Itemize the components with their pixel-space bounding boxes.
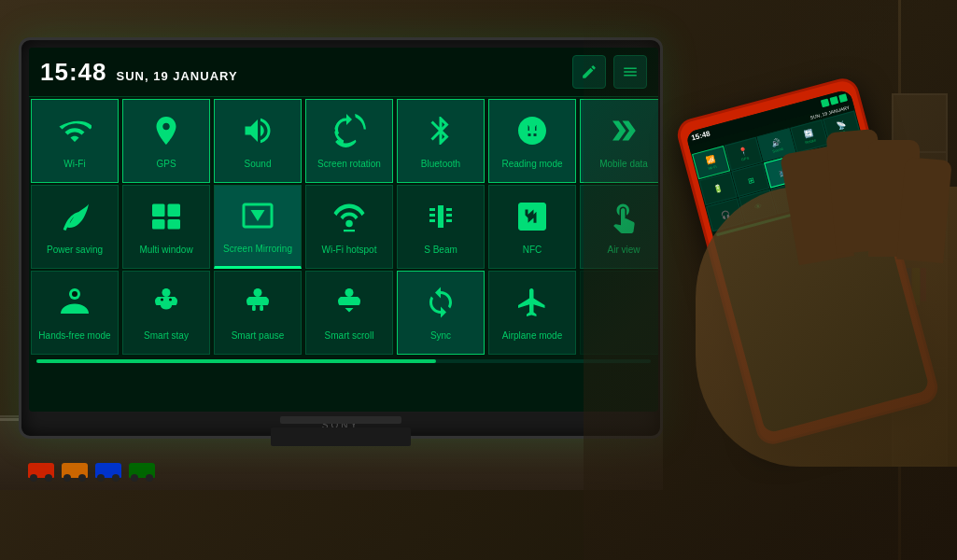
smart-pause-label: Smart pause [232, 329, 285, 342]
tile-power-saving[interactable]: Power saving [31, 185, 119, 269]
sync-icon [424, 286, 457, 324]
clock: 15:48 [40, 58, 107, 87]
tile-gps[interactable]: GPS [122, 99, 210, 183]
phone-power-icon: 🔋 [712, 184, 724, 194]
grid-row-1: Wi-Fi GPS Sound [31, 99, 656, 183]
tile-s-beam[interactable]: S Beam [397, 185, 485, 269]
svg-point-12 [254, 288, 262, 297]
smart-stay-label: Smart stay [144, 329, 189, 342]
room-right-area: 15:48 SUN, 19 JANUARY 📶 Wi [584, 0, 957, 560]
tv-bezel-bottom [280, 416, 401, 424]
scroll-thumb [36, 359, 436, 363]
tile-reading-mode[interactable]: Reading mode [488, 99, 576, 183]
status-bar: 15:48 SUN, 19 JANUARY [29, 48, 658, 97]
tile-screen-rotation[interactable]: Screen rotation [305, 99, 393, 183]
power-saving-icon [58, 200, 91, 238]
grid-row-3: Hands-free mode Smart stay S [31, 271, 656, 355]
room-background: 15:48 SUN, 19 JANUARY [0, 0, 957, 560]
smart-scroll-label: Smart scroll [325, 329, 374, 342]
tv-stand [271, 427, 411, 446]
svg-point-15 [345, 288, 354, 297]
reading-mode-label: Reading mode [501, 158, 562, 170]
tile-wifi[interactable]: Wi-Fi [31, 99, 119, 183]
hands-free-label: Hands-free mode [38, 329, 110, 342]
wifi-hotspot-label: Wi-Fi hotspot [322, 244, 377, 256]
smart-pause-icon [241, 286, 274, 324]
screen-mirroring-icon [241, 199, 274, 237]
s-beam-icon [424, 200, 457, 238]
tv-outer-bezel: 15:48 SUN, 19 JANUARY [19, 37, 663, 439]
tile-sync[interactable]: Sync [397, 271, 485, 355]
gps-label: GPS [156, 158, 176, 170]
svg-rect-1 [152, 204, 165, 217]
phone-wifi-icon [829, 95, 838, 105]
airplane-mode-label: Airplane mode [502, 329, 562, 342]
tile-smart-pause[interactable]: Smart pause [214, 271, 302, 355]
date: SUN, 19 JANUARY [117, 69, 238, 83]
tile-smart-scroll[interactable]: Smart scroll [305, 271, 393, 355]
power-saving-label: Power saving [47, 244, 103, 256]
smart-stay-icon [149, 286, 183, 324]
scroll-bar-area [29, 355, 658, 368]
s-beam-label: S Beam [424, 244, 457, 256]
svg-point-5 [345, 220, 353, 228]
phone-bt-icon: 📡 [836, 119, 847, 130]
tile-airplane-mode[interactable]: Airplane mode [488, 271, 576, 355]
nfc-icon [515, 200, 549, 238]
phone-wifi-label: Wi-Fi [708, 163, 717, 170]
multi-window-label: Multi window [139, 244, 192, 256]
tile-hands-free[interactable]: Hands-free mode [31, 271, 119, 355]
svg-point-0 [528, 119, 537, 128]
wifi-label: Wi-Fi [63, 158, 85, 170]
svg-rect-4 [168, 219, 181, 230]
tile-wifi-hotspot[interactable]: Wi-Fi hotspot [305, 185, 393, 269]
svg-point-10 [161, 299, 163, 301]
sync-label: Sync [430, 329, 451, 342]
gps-icon [149, 114, 183, 152]
screen-rotation-label: Screen rotation [317, 158, 381, 170]
bluetooth-icon [424, 114, 457, 152]
svg-rect-3 [152, 219, 165, 230]
wifi-icon [58, 114, 91, 152]
svg-rect-14 [260, 305, 263, 311]
phone-mw-icon: ⊞ [747, 175, 755, 186]
tile-bluetooth[interactable]: Bluetooth [397, 99, 485, 183]
smart-scroll-icon [332, 286, 366, 324]
phone-signal-icon [821, 98, 830, 107]
screen-mirroring-label: Screen Mirroring [223, 243, 292, 255]
phone-battery-icon [838, 93, 848, 103]
sound-icon [241, 114, 274, 152]
wifi-hotspot-icon [332, 200, 366, 238]
svg-point-8 [72, 291, 77, 297]
finger-4 [896, 157, 951, 263]
reading-mode-icon [515, 114, 549, 152]
sound-label: Sound [245, 158, 272, 170]
nfc-label: NFC [523, 244, 542, 256]
airplane-icon [515, 286, 549, 324]
tile-sound[interactable]: Sound [214, 99, 302, 183]
tv-screen: 15:48 SUN, 19 JANUARY [29, 48, 658, 412]
bluetooth-label: Bluetooth [421, 158, 460, 170]
grid-row-2: Power saving Multi window Sc [31, 185, 656, 269]
hands-free-icon [58, 286, 91, 324]
tile-smart-stay[interactable]: Smart stay [122, 271, 210, 355]
multi-window-icon [149, 200, 183, 238]
tile-screen-mirroring[interactable]: Screen Mirroring [214, 185, 302, 269]
phone-gps-label: GPS [740, 155, 749, 161]
screen-rotation-icon [332, 114, 366, 152]
time-date: 15:48 SUN, 19 JANUARY [40, 58, 238, 87]
svg-point-9 [162, 288, 171, 297]
tile-multi-window[interactable]: Multi window [122, 185, 210, 269]
scroll-track [36, 359, 651, 363]
tile-nfc[interactable]: NFC [488, 185, 576, 269]
svg-rect-13 [252, 305, 256, 311]
svg-rect-2 [168, 204, 181, 217]
svg-point-11 [169, 299, 172, 301]
